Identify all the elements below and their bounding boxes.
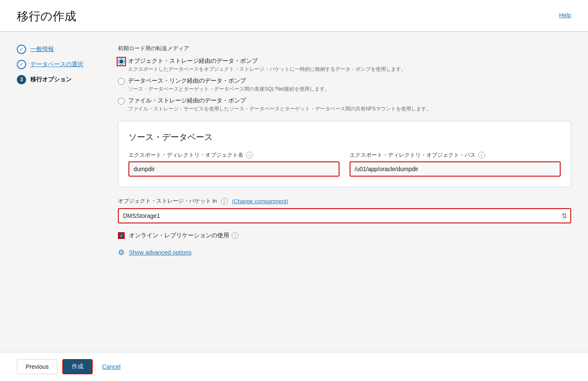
transfer-media-label: 初期ロード用の転送メディア bbox=[118, 45, 571, 52]
radio-content-3: ファイル・ストレージ経由のデータ・ポンプ ファイル・ストレージ・サービスを使用し… bbox=[128, 97, 431, 113]
step-icon-3: 3 bbox=[17, 75, 26, 84]
radio-db-link[interactable] bbox=[118, 78, 125, 85]
radio-object-storage[interactable] bbox=[118, 58, 125, 65]
radio-option-object-storage[interactable]: オブジェクト・ストレージ経由のデータ・ポンプ エクスポートしたデータベースをオブ… bbox=[118, 57, 571, 73]
export-dir-path-info-icon[interactable]: i bbox=[478, 152, 485, 158]
source-db-section: ソース・データベース エクスポート・ディレクトリ・オブジェクト名 i エクスポー… bbox=[118, 121, 571, 187]
export-dir-path-group: エクスポート・ディレクトリ・オブジェクト・パス i bbox=[350, 151, 561, 177]
radio-option-file-storage[interactable]: ファイル・ストレージ経由のデータ・ポンプ ファイル・ストレージ・サービスを使用し… bbox=[118, 97, 571, 113]
online-replication-info-icon[interactable]: i bbox=[232, 232, 238, 239]
show-advanced-options-link[interactable]: Show advanced options bbox=[129, 249, 192, 256]
footer-bar: Previous 作成 Cancel bbox=[0, 352, 588, 381]
transfer-media-radio-group: オブジェクト・ストレージ経由のデータ・ポンプ エクスポートしたデータベースをオブ… bbox=[118, 57, 571, 113]
sidebar-label-3: 移行オプション bbox=[30, 76, 72, 83]
sidebar-item-general-info[interactable]: ✓ 一般情報 bbox=[17, 45, 93, 54]
bucket-label-row: オブジェクト・ストレージ・バケット in i (Change compartme… bbox=[118, 197, 571, 205]
export-dir-name-group: エクスポート・ディレクトリ・オブジェクト名 i bbox=[128, 151, 339, 177]
radio-desc-3: ファイル・ストレージ・サービスを使用したソース・データベースとターゲット・データ… bbox=[128, 105, 431, 113]
bucket-label: オブジェクト・ストレージ・バケット in bbox=[118, 197, 217, 205]
radio-content-2: データベース・リンク経由のデータ・ポンプ ソース・データベースとターゲット・デー… bbox=[128, 77, 330, 93]
radio-desc-1: エクスポートしたデータベースをオブジェクト・ストレージ・バケットに一時的に格納す… bbox=[128, 66, 406, 73]
advanced-options-row: ⚙ Show advanced options bbox=[118, 248, 571, 257]
fields-row: エクスポート・ディレクトリ・オブジェクト名 i エクスポート・ディレクトリ・オブ… bbox=[128, 151, 561, 177]
step-icon-2: ✓ bbox=[17, 60, 26, 69]
create-button[interactable]: 作成 bbox=[62, 359, 93, 374]
bucket-info-icon[interactable]: i bbox=[221, 198, 228, 204]
radio-desc-2: ソース・データベースとターゲット・データベース間の直接SQL*Net接続を使用し… bbox=[128, 86, 330, 93]
change-compartment-link[interactable]: (Change compartment) bbox=[232, 198, 289, 204]
export-dir-name-info-icon[interactable]: i bbox=[246, 152, 253, 158]
sidebar-item-db-selection[interactable]: ✓ データベースの選択 bbox=[17, 60, 93, 69]
help-link[interactable]: Help bbox=[559, 12, 571, 19]
page-title: 移行の作成 bbox=[17, 8, 76, 24]
export-dir-path-label: エクスポート・ディレクトリ・オブジェクト・パス i bbox=[350, 151, 561, 159]
previous-button[interactable]: Previous bbox=[17, 359, 57, 374]
export-dir-path-input[interactable] bbox=[350, 161, 561, 177]
export-dir-name-input[interactable] bbox=[128, 161, 339, 177]
bucket-section: オブジェクト・ストレージ・バケット in i (Change compartme… bbox=[118, 197, 571, 223]
radio-title-3: ファイル・ストレージ経由のデータ・ポンプ bbox=[128, 97, 431, 105]
source-db-title: ソース・データベース bbox=[128, 131, 561, 143]
radio-title-1: オブジェクト・ストレージ経由のデータ・ポンプ bbox=[128, 57, 406, 65]
export-dir-name-label: エクスポート・ディレクトリ・オブジェクト名 i bbox=[128, 151, 339, 159]
radio-content-1: オブジェクト・ストレージ経由のデータ・ポンプ エクスポートしたデータベースをオブ… bbox=[128, 57, 406, 73]
bucket-select[interactable]: DMSStorage1 bbox=[118, 208, 571, 223]
cancel-button[interactable]: Cancel bbox=[98, 359, 125, 374]
sidebar-label-1: 一般情報 bbox=[30, 46, 54, 53]
radio-option-db-link[interactable]: データベース・リンク経由のデータ・ポンプ ソース・データベースとターゲット・デー… bbox=[118, 77, 571, 93]
online-replication-label: オンライン・レプリケーションの使用 i bbox=[129, 232, 238, 239]
bucket-select-wrapper: DMSStorage1 ⇅ bbox=[118, 208, 571, 223]
online-replication-checkbox[interactable] bbox=[118, 232, 125, 239]
radio-title-2: データベース・リンク経由のデータ・ポンプ bbox=[128, 77, 330, 85]
main-form: 初期ロード用の転送メディア オブジェクト・ストレージ経由のデータ・ポンプ エクス… bbox=[118, 45, 571, 339]
advanced-options-icon: ⚙ bbox=[118, 248, 125, 257]
sidebar-label-2: データベースの選択 bbox=[30, 61, 83, 68]
online-replication-row: オンライン・レプリケーションの使用 i bbox=[118, 232, 571, 239]
step-icon-1: ✓ bbox=[17, 45, 26, 54]
sidebar-item-migration-options[interactable]: 3 移行オプション bbox=[17, 75, 93, 84]
sidebar: ✓ 一般情報 ✓ データベースの選択 3 移行オプション bbox=[17, 45, 93, 339]
radio-file-storage[interactable] bbox=[118, 98, 125, 105]
